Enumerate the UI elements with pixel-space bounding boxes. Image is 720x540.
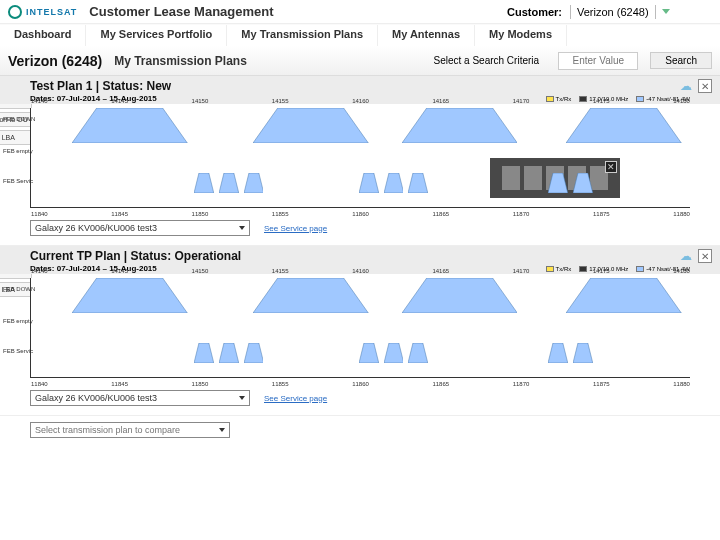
row-label: FEB empty [3,148,33,154]
plan-title: Current TP Plan | Status: Operational [30,249,690,263]
thumbnail-icon [524,166,542,190]
satellite-select[interactable]: Galaxy 26 KV006/KU006 test3 [30,220,250,236]
chevron-down-icon [239,396,245,400]
brand-logo: INTELSAT [0,5,85,19]
axis-tick: 14175 [593,98,610,104]
run-lba-button[interactable]: un LBA [0,130,32,145]
customer-select[interactable]: Verizon (6248) [570,5,720,19]
tab-transmission-plans[interactable]: My Transmission Plans [227,25,378,46]
svg-marker-0 [72,108,187,143]
svg-marker-23 [573,343,593,363]
spectrum-chart-1: Tx/Rx 17.0/19.0 MHz -47 Nsat/-81.4W 1414… [30,108,690,208]
axis-tick: 14155 [272,98,289,104]
axis-tick: 11845 [111,381,128,387]
axis-tick: 11875 [593,211,610,217]
see-service-link[interactable]: See Service page [264,394,327,403]
row-label: FEB Servic [3,178,33,184]
svg-marker-21 [408,343,428,363]
satellite-select[interactable]: Galaxy 26 KV006/KU006 test3 [30,390,250,406]
svg-marker-18 [244,343,264,363]
thumbnail-icon [502,166,520,190]
plan-block-1: uplicate elete xport to OU un LBA Test P… [0,76,720,246]
cloud-icon[interactable]: ☁ [680,79,692,93]
axis-tick: 11840 [31,381,48,387]
spectrum-chart-2: Tx/Rx 17.0/19.0 MHz -47 Nsat/-81.4W 1414… [30,278,690,378]
tab-antennas[interactable]: My Antennas [378,25,475,46]
svg-marker-4 [194,173,214,193]
axis-tick: 11840 [31,211,48,217]
svg-marker-17 [219,343,239,363]
svg-marker-7 [359,173,379,193]
divider-icon [570,5,571,19]
main-tabs: Dashboard My Services Portfolio My Trans… [0,24,720,46]
svg-marker-13 [253,278,368,313]
axis-tick: 11855 [272,381,289,387]
axis-tick: 14155 [272,268,289,274]
select-value: Galaxy 26 KV006/KU006 test3 [35,393,157,403]
svg-marker-20 [384,343,404,363]
context-bar: Verizon (6248) My Transmission Plans Sel… [0,46,720,76]
axis-tick: 14140 [31,268,48,274]
axis-tick: 11850 [192,381,209,387]
row-label: FEB DOWN [3,286,35,292]
axis-tick: 11850 [192,211,209,217]
customer-value: Verizon (6248) [577,6,649,18]
app-title: Customer Lease Management [85,4,507,19]
svg-marker-8 [384,173,404,193]
tab-services[interactable]: My Services Portfolio [86,25,227,46]
axis-tick: 14160 [352,98,369,104]
axis-tick: 14150 [192,268,209,274]
compare-plan-select[interactable]: Select transmission plan to compare [30,422,230,438]
axis-tick: 11880 [673,211,690,217]
svg-marker-19 [359,343,379,363]
axis-tick: 14180 [673,268,690,274]
chevron-down-icon [662,9,670,14]
svg-marker-11 [573,173,593,193]
axis-tick: 14170 [513,268,530,274]
app-header: INTELSAT Customer Lease Management Custo… [0,0,720,24]
axis-tick: 11865 [432,381,449,387]
axis-tick: 14165 [432,98,449,104]
axis-tick: 14140 [31,98,48,104]
svg-marker-1 [253,108,368,143]
search-button[interactable]: Search [650,52,712,69]
chart-bottom-axis: 11840 11845 11850 11855 11860 11865 1187… [31,211,690,217]
search-input[interactable] [558,52,638,70]
axis-tick: 11860 [352,211,369,217]
tab-dashboard[interactable]: Dashboard [0,25,86,46]
select-placeholder: Select transmission plan to compare [35,425,180,435]
globe-ring-icon [8,5,22,19]
axis-tick: 11880 [673,381,690,387]
svg-marker-15 [566,278,681,313]
svg-marker-14 [402,278,517,313]
plan-title: Test Plan 1 | Status: New [30,79,690,93]
svg-marker-10 [548,173,568,193]
axis-tick: 11870 [513,381,530,387]
tab-modems[interactable]: My Modems [475,25,567,46]
close-icon[interactable]: ✕ [605,161,617,173]
svg-marker-9 [408,173,428,193]
axis-tick: 11845 [111,211,128,217]
close-icon[interactable]: ✕ [698,79,712,93]
svg-marker-3 [566,108,681,143]
svg-marker-2 [402,108,517,143]
chart-top-axis: 14140 14145 14150 14155 14160 14165 1417… [31,268,690,274]
see-service-link[interactable]: See Service page [264,224,327,233]
divider-icon [655,5,656,19]
close-icon[interactable]: ✕ [698,249,712,263]
search-criteria-select[interactable]: Select a Search Criteria [426,55,546,66]
chart-top-axis: 14140 14145 14150 14155 14160 14165 1417… [31,98,690,104]
context-section: My Transmission Plans [114,54,414,68]
brand-text: INTELSAT [26,7,77,17]
plan-footer: Galaxy 26 KV006/KU006 test3 See Service … [30,220,690,236]
compare-section: Select transmission plan to compare [30,422,690,438]
svg-marker-12 [72,278,187,313]
axis-tick: 11875 [593,381,610,387]
chevron-down-icon [219,428,225,432]
axis-tick: 11855 [272,211,289,217]
axis-tick: 14160 [352,268,369,274]
svg-marker-6 [244,173,264,193]
cloud-icon[interactable]: ☁ [680,249,692,263]
axis-tick: 14165 [432,268,449,274]
axis-tick: 14175 [593,268,610,274]
